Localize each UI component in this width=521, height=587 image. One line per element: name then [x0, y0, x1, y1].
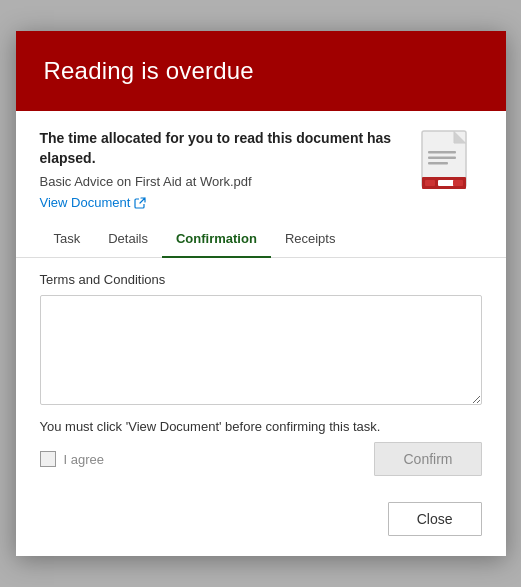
modal-body: The time allocated for you to read this … — [16, 111, 506, 556]
modal-header: Reading is overdue — [16, 31, 506, 111]
agree-label: I agree — [64, 452, 104, 467]
warning-message: You must click 'View Document' before co… — [40, 419, 482, 434]
modal-title: Reading is overdue — [44, 57, 254, 85]
terms-textarea[interactable] — [40, 295, 482, 405]
tab-task[interactable]: Task — [40, 221, 95, 258]
close-button[interactable]: Close — [388, 502, 482, 536]
terms-label: Terms and Conditions — [40, 272, 482, 287]
svg-rect-7 — [438, 180, 454, 186]
modal-dialog: Reading is overdue The time allocated fo… — [16, 31, 506, 556]
tab-bar: Task Details Confirmation Receipts — [16, 221, 506, 258]
view-document-link[interactable]: View Document — [40, 195, 147, 210]
info-section: The time allocated for you to read this … — [16, 111, 506, 221]
tab-confirmation[interactable]: Confirmation — [162, 221, 271, 258]
external-link-icon — [134, 197, 146, 209]
svg-rect-3 — [428, 151, 456, 154]
svg-rect-5 — [428, 162, 448, 165]
agree-checkbox[interactable] — [40, 451, 56, 467]
info-text: The time allocated for you to read this … — [40, 129, 394, 211]
tab-receipts[interactable]: Receipts — [271, 221, 350, 258]
tab-details[interactable]: Details — [94, 221, 162, 258]
document-icon — [410, 129, 482, 201]
agree-row: I agree Confirm — [40, 442, 482, 476]
bottom-actions: Close — [16, 496, 506, 556]
svg-rect-4 — [428, 156, 456, 159]
elapsed-message: The time allocated for you to read this … — [40, 129, 394, 168]
document-name: Basic Advice on First Aid at Work.pdf — [40, 174, 394, 189]
svg-rect-9 — [453, 180, 463, 186]
tab-content-confirmation: Terms and Conditions You must click 'Vie… — [16, 258, 506, 496]
confirm-button[interactable]: Confirm — [374, 442, 481, 476]
svg-rect-8 — [425, 180, 435, 186]
